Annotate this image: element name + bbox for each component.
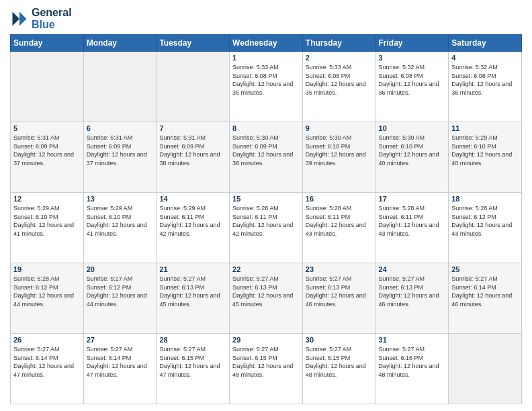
day-info: Sunrise: 5:31 AMSunset: 6:09 PMDaylight:…	[87, 134, 154, 167]
day-info: Sunrise: 5:30 AMSunset: 6:10 PMDaylight:…	[306, 134, 373, 167]
col-header-wednesday: Wednesday	[230, 35, 303, 52]
day-info: Sunrise: 5:27 AMSunset: 6:13 PMDaylight:…	[379, 275, 446, 308]
col-header-sunday: Sunday	[11, 35, 84, 52]
day-number: 27	[87, 336, 154, 344]
day-info: Sunrise: 5:31 AMSunset: 6:09 PMDaylight:…	[159, 134, 226, 167]
svg-marker-1	[13, 11, 20, 26]
svg-marker-0	[19, 11, 27, 26]
calendar-cell: 26Sunrise: 5:27 AMSunset: 6:14 PMDayligh…	[11, 334, 84, 404]
calendar-cell: 23Sunrise: 5:27 AMSunset: 6:13 PMDayligh…	[302, 263, 375, 334]
calendar-cell: 1Sunrise: 5:33 AMSunset: 6:08 PMDaylight…	[230, 52, 303, 122]
col-header-monday: Monday	[83, 35, 157, 52]
calendar-cell: 27Sunrise: 5:27 AMSunset: 6:14 PMDayligh…	[83, 334, 157, 404]
day-info: Sunrise: 5:27 AMSunset: 6:13 PMDaylight:…	[159, 275, 226, 308]
day-number: 21	[159, 265, 226, 273]
day-number: 2	[306, 54, 373, 62]
logo-icon	[10, 9, 29, 28]
day-info: Sunrise: 5:28 AMSunset: 6:12 PMDaylight:…	[13, 275, 81, 308]
day-info: Sunrise: 5:27 AMSunset: 6:15 PMDaylight:…	[306, 345, 373, 379]
calendar-cell: 21Sunrise: 5:27 AMSunset: 6:13 PMDayligh…	[157, 263, 230, 334]
calendar-cell: 19Sunrise: 5:28 AMSunset: 6:12 PMDayligh…	[11, 263, 84, 334]
day-info: Sunrise: 5:27 AMSunset: 6:14 PMDaylight:…	[451, 275, 519, 308]
day-info: Sunrise: 5:29 AMSunset: 6:11 PMDaylight:…	[159, 204, 226, 238]
calendar-cell: 3Sunrise: 5:32 AMSunset: 6:08 PMDaylight…	[375, 52, 449, 122]
calendar-cell: 29Sunrise: 5:27 AMSunset: 6:15 PMDayligh…	[230, 334, 303, 404]
day-number: 24	[379, 265, 446, 273]
day-number: 29	[232, 336, 300, 344]
day-info: Sunrise: 5:27 AMSunset: 6:13 PMDaylight:…	[232, 275, 300, 308]
day-info: Sunrise: 5:33 AMSunset: 6:08 PMDaylight:…	[306, 63, 373, 97]
calendar-table: SundayMondayTuesdayWednesdayThursdayFrid…	[10, 34, 522, 404]
page: General Blue SundayMondayTuesdayWednesda…	[0, 0, 532, 411]
calendar-cell: 14Sunrise: 5:29 AMSunset: 6:11 PMDayligh…	[157, 193, 230, 263]
calendar-cell: 9Sunrise: 5:30 AMSunset: 6:10 PMDaylight…	[302, 122, 375, 193]
day-info: Sunrise: 5:28 AMSunset: 6:11 PMDaylight:…	[232, 204, 300, 238]
calendar-cell: 6Sunrise: 5:31 AMSunset: 6:09 PMDaylight…	[83, 122, 157, 193]
day-number: 25	[451, 265, 519, 273]
day-info: Sunrise: 5:27 AMSunset: 6:14 PMDaylight:…	[13, 345, 81, 379]
day-number: 7	[159, 124, 226, 132]
day-number: 1	[232, 54, 300, 62]
day-number: 15	[232, 195, 300, 203]
calendar-cell: 4Sunrise: 5:32 AMSunset: 6:08 PMDaylight…	[449, 52, 522, 122]
day-info: Sunrise: 5:30 AMSunset: 6:09 PMDaylight:…	[232, 134, 300, 167]
logo-text: General Blue	[32, 7, 72, 30]
col-header-friday: Friday	[375, 35, 449, 52]
day-info: Sunrise: 5:27 AMSunset: 6:12 PMDaylight:…	[87, 275, 154, 308]
day-info: Sunrise: 5:27 AMSunset: 6:15 PMDaylight:…	[232, 345, 300, 379]
calendar-cell	[11, 52, 84, 122]
day-number: 14	[159, 195, 226, 203]
calendar-cell: 20Sunrise: 5:27 AMSunset: 6:12 PMDayligh…	[83, 263, 157, 334]
day-info: Sunrise: 5:29 AMSunset: 6:10 PMDaylight:…	[451, 134, 519, 167]
calendar-cell: 24Sunrise: 5:27 AMSunset: 6:13 PMDayligh…	[375, 263, 449, 334]
day-number: 11	[451, 124, 519, 132]
calendar-cell: 18Sunrise: 5:28 AMSunset: 6:12 PMDayligh…	[449, 193, 522, 263]
day-number: 4	[451, 54, 519, 62]
day-info: Sunrise: 5:31 AMSunset: 6:09 PMDaylight:…	[13, 134, 81, 167]
day-number: 8	[232, 124, 300, 132]
col-header-saturday: Saturday	[449, 35, 522, 52]
day-number: 17	[379, 195, 446, 203]
col-header-thursday: Thursday	[302, 35, 375, 52]
day-number: 9	[306, 124, 373, 132]
calendar-cell: 11Sunrise: 5:29 AMSunset: 6:10 PMDayligh…	[449, 122, 522, 193]
day-number: 20	[87, 265, 154, 273]
calendar-cell: 12Sunrise: 5:29 AMSunset: 6:10 PMDayligh…	[11, 193, 84, 263]
calendar-cell: 15Sunrise: 5:28 AMSunset: 6:11 PMDayligh…	[230, 193, 303, 263]
day-number: 10	[379, 124, 446, 132]
calendar-cell: 17Sunrise: 5:28 AMSunset: 6:11 PMDayligh…	[375, 193, 449, 263]
day-info: Sunrise: 5:27 AMSunset: 6:16 PMDaylight:…	[379, 345, 446, 379]
day-number: 3	[379, 54, 446, 62]
day-info: Sunrise: 5:28 AMSunset: 6:12 PMDaylight:…	[451, 204, 519, 238]
day-info: Sunrise: 5:27 AMSunset: 6:14 PMDaylight:…	[87, 345, 154, 379]
calendar-cell: 2Sunrise: 5:33 AMSunset: 6:08 PMDaylight…	[302, 52, 375, 122]
calendar-cell: 22Sunrise: 5:27 AMSunset: 6:13 PMDayligh…	[230, 263, 303, 334]
calendar-cell: 25Sunrise: 5:27 AMSunset: 6:14 PMDayligh…	[449, 263, 522, 334]
day-number: 19	[13, 265, 81, 273]
day-info: Sunrise: 5:32 AMSunset: 6:08 PMDaylight:…	[451, 63, 519, 97]
day-info: Sunrise: 5:27 AMSunset: 6:15 PMDaylight:…	[159, 345, 226, 379]
day-number: 31	[379, 336, 446, 344]
calendar-cell: 5Sunrise: 5:31 AMSunset: 6:09 PMDaylight…	[11, 122, 84, 193]
header: General Blue	[10, 7, 522, 30]
day-number: 16	[306, 195, 373, 203]
calendar-cell: 13Sunrise: 5:29 AMSunset: 6:10 PMDayligh…	[83, 193, 157, 263]
calendar-cell: 31Sunrise: 5:27 AMSunset: 6:16 PMDayligh…	[375, 334, 449, 404]
calendar-cell	[83, 52, 157, 122]
day-info: Sunrise: 5:29 AMSunset: 6:10 PMDaylight:…	[13, 204, 81, 238]
day-number: 5	[13, 124, 81, 132]
calendar-cell: 30Sunrise: 5:27 AMSunset: 6:15 PMDayligh…	[302, 334, 375, 404]
day-info: Sunrise: 5:32 AMSunset: 6:08 PMDaylight:…	[379, 63, 446, 97]
day-info: Sunrise: 5:30 AMSunset: 6:10 PMDaylight:…	[379, 134, 446, 167]
day-number: 22	[232, 265, 300, 273]
calendar-cell: 28Sunrise: 5:27 AMSunset: 6:15 PMDayligh…	[157, 334, 230, 404]
calendar-cell	[449, 334, 522, 404]
day-number: 30	[306, 336, 373, 344]
day-info: Sunrise: 5:28 AMSunset: 6:11 PMDaylight:…	[306, 204, 373, 238]
day-number: 12	[13, 195, 81, 203]
day-number: 23	[306, 265, 373, 273]
col-header-tuesday: Tuesday	[157, 35, 230, 52]
day-number: 18	[451, 195, 519, 203]
day-info: Sunrise: 5:33 AMSunset: 6:08 PMDaylight:…	[232, 63, 300, 97]
day-number: 13	[87, 195, 154, 203]
